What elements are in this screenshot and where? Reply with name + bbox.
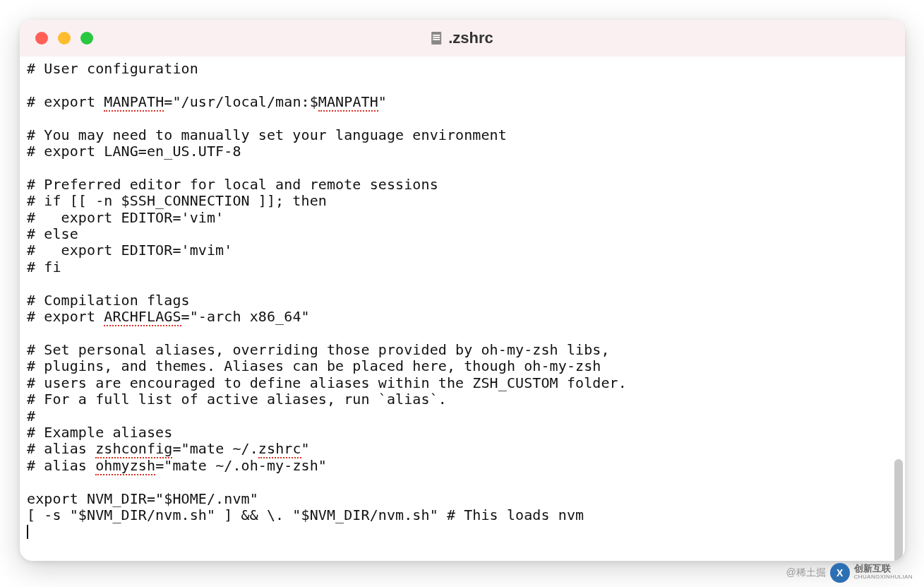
document-icon: [431, 32, 441, 45]
minimize-button[interactable]: [58, 32, 71, 45]
watermark-brand: 创新互联 CHUANGXINHULIAN: [854, 564, 913, 581]
watermark: @稀土掘 X 创新互联 CHUANGXINHULIAN: [786, 563, 913, 583]
vertical-scrollbar[interactable]: [894, 459, 903, 561]
window-title: .zshrc: [448, 29, 493, 47]
traffic-lights: [35, 32, 93, 45]
watermark-text: @稀土掘: [786, 567, 825, 579]
titlebar[interactable]: .zshrc: [20, 20, 905, 57]
text-editor-content[interactable]: # User configuration # export MANPATH="/…: [20, 57, 905, 561]
editor-window: .zshrc # User configuration # export MAN…: [20, 20, 905, 561]
logo-icon: X: [830, 563, 850, 583]
close-button[interactable]: [35, 32, 48, 45]
window-title-group: .zshrc: [431, 29, 493, 47]
zoom-button[interactable]: [80, 32, 93, 45]
